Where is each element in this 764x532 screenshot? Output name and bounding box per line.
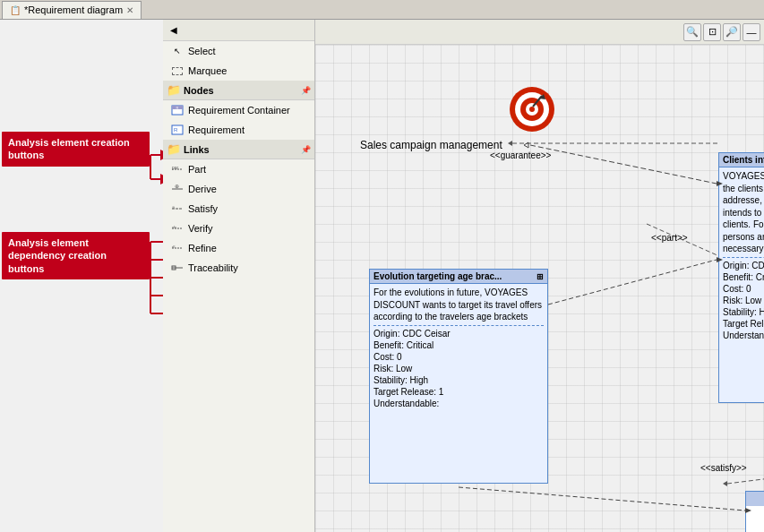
nodes-section-header[interactable]: 📁 Nodes 📌: [163, 81, 314, 100]
links-label: Links: [184, 144, 210, 155]
derive-icon: ⊕: [170, 182, 185, 196]
svg-text:par: par: [172, 166, 179, 170]
req-container-item[interactable]: R Requirement Container: [163, 100, 314, 120]
requirement-item[interactable]: R Requirement: [163, 120, 314, 140]
evolution-targeting-expand-icon[interactable]: ⊞: [537, 272, 544, 281]
diagram-canvas[interactable]: Sales campaign management <<guarantee>> …: [315, 45, 764, 532]
part-stereotype-label: <<part>>: [651, 233, 688, 243]
creation-buttons-annotation: Analysis element creation buttons: [2, 132, 150, 167]
svg-text:vfx: vfx: [172, 225, 176, 229]
app-window: 📋 *Requirement diagram ✕ Analysis elemen…: [0, 0, 764, 532]
traceability-icon: [170, 261, 185, 275]
svg-text:⊕: ⊕: [175, 184, 179, 189]
target-icon: [508, 85, 557, 134]
req-container-label: Requirement Container: [188, 105, 290, 116]
part-icon: par: [170, 162, 185, 176]
tab-title: *Requirement diagram: [24, 4, 123, 15]
zoom-minus-button[interactable]: —: [743, 23, 760, 41]
diagram-column: 🔍 ⊡ 🔎 —: [315, 20, 764, 532]
links-section-header[interactable]: 📁 Links 📌: [163, 140, 314, 159]
guarantee-stereotype-label: <<guarantee>>: [490, 150, 551, 160]
evolution-targeting-description: For the evolutions in future, VOYAGES DI…: [373, 287, 544, 323]
refine-item[interactable]: rfl Refine: [163, 238, 314, 258]
client-box-header: [746, 492, 764, 506]
marquee-label: Marquee: [188, 65, 227, 76]
refine-label: Refine: [188, 243, 217, 253]
refine-icon: rfl: [170, 241, 185, 255]
dependency-buttons-annotation: Analysis element dependency creation but…: [2, 232, 150, 279]
clients-storage-title: Clients information storage: [723, 155, 764, 165]
nodes-folder-icon: 📁: [167, 83, 181, 97]
tab-bar: 📋 *Requirement diagram ✕: [0, 0, 764, 20]
sidebar-panel: ◀ ↖ Select Marquee 📁 Nodes 📌: [163, 20, 315, 532]
main-content: Analysis element creation buttons Analys…: [0, 20, 764, 532]
evolution-targeting-divider: [373, 325, 544, 326]
requirement-diagram-tab[interactable]: 📋 *Requirement diagram ✕: [2, 1, 142, 19]
select-label: Select: [188, 46, 216, 56]
zoom-fit-button[interactable]: ⊡: [703, 23, 721, 41]
zoom-in-button[interactable]: 🔍: [683, 23, 701, 41]
req-container-icon: R: [170, 103, 185, 117]
evolution-targeting-box[interactable]: Evolution targeting age brac... ⊞ For th…: [369, 269, 548, 484]
links-pin-icon: 📌: [301, 145, 311, 154]
diagram-toolbar: 🔍 ⊡ 🔎 —: [315, 20, 764, 45]
traceability-item[interactable]: Traceability: [163, 258, 314, 278]
clients-storage-attrs: Origin: CDC Ceisar Benefit: Critical Cos…: [723, 260, 764, 341]
satisfy-item[interactable]: ≋ Satisfy: [163, 199, 314, 219]
collapse-button[interactable]: ◀: [165, 22, 183, 39]
traceability-label: Traceability: [188, 262, 238, 273]
verify-icon: vfx: [170, 221, 185, 236]
evolution-targeting-title: Evolution targeting age brac...: [373, 271, 502, 281]
sidebar-toolbar: ◀: [163, 20, 314, 41]
clients-storage-divider: [723, 257, 764, 258]
derive-item[interactable]: ⊕ Derive: [163, 179, 314, 199]
svg-text:rfl: rfl: [172, 245, 175, 249]
derive-label: Derive: [188, 184, 217, 194]
svg-text:R: R: [174, 127, 178, 133]
clients-storage-header: Clients information storage ⊞: [719, 153, 764, 167]
nodes-label: Nodes: [184, 85, 214, 96]
evolution-targeting-attrs: Origin: CDC Ceisar Benefit: Critical Cos…: [373, 328, 544, 409]
tab-close-button[interactable]: ✕: [126, 5, 133, 15]
select-icon: ↖: [170, 44, 185, 58]
evolution-targeting-body: For the evolutions in future, VOYAGES DI…: [370, 284, 547, 412]
marquee-tool[interactable]: Marquee: [163, 61, 314, 81]
nodes-pin-icon: 📌: [301, 86, 311, 95]
satisfy-label: Satisfy: [188, 203, 218, 214]
verify-label: Verify: [188, 223, 213, 234]
svg-text:R: R: [176, 106, 179, 110]
verify-item[interactable]: vfx Verify: [163, 219, 314, 238]
client-box[interactable]: Client: [745, 491, 764, 532]
links-folder-icon: 📁: [167, 142, 181, 156]
zoom-out-button[interactable]: 🔎: [723, 23, 741, 41]
part-item[interactable]: par Part: [163, 159, 314, 179]
requirement-label: Requirement: [188, 124, 245, 135]
satisfy-icon: ≋: [170, 202, 185, 216]
annotation-column: Analysis element creation buttons Analys…: [0, 20, 163, 532]
svg-point-36: [529, 107, 535, 112]
evolution-targeting-header: Evolution targeting age brac... ⊞: [370, 270, 547, 284]
part-label: Part: [188, 164, 206, 175]
svg-text:≋: ≋: [172, 205, 175, 210]
marquee-icon: [170, 64, 185, 78]
requirement-icon: R: [170, 123, 185, 137]
satisfy1-label: <<satisfy>>: [700, 463, 747, 473]
select-tool[interactable]: ↖ Select: [163, 41, 314, 61]
sales-campaign-label: Sales campaign management: [360, 139, 502, 151]
client-box-title: Client: [746, 506, 764, 531]
clients-storage-box[interactable]: Clients information storage ⊞ VOYAGES DI…: [718, 152, 764, 403]
clients-storage-body: VOYAGES DISCOUNT intends to store the cl…: [719, 167, 764, 344]
tab-icon: 📋: [10, 5, 21, 15]
clients-storage-description: VOYAGES DISCOUNT intends to store the cl…: [723, 170, 764, 255]
